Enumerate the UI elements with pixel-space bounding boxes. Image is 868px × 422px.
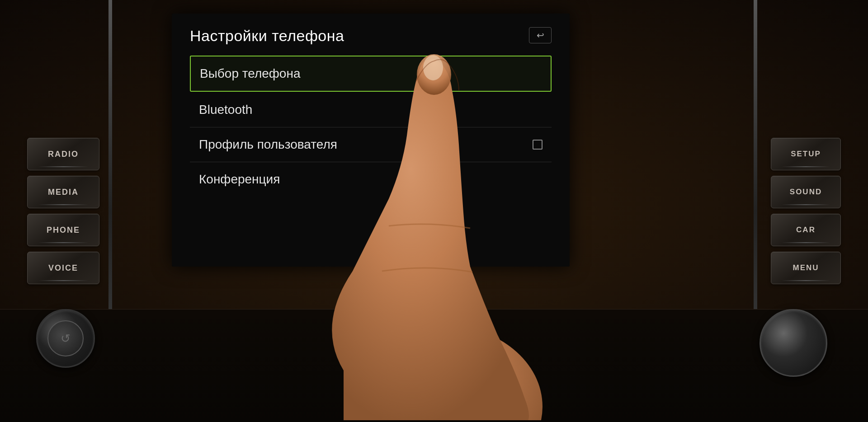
phone-label: PHONE — [47, 225, 80, 235]
back-icon: ↩ — [537, 30, 544, 41]
left-panel: RADIO MEDIA PHONE VOICE — [27, 138, 99, 284]
media-button[interactable]: MEDIA — [27, 176, 99, 208]
sound-button[interactable]: SOUND — [771, 176, 841, 208]
user-profile-checkbox[interactable] — [533, 140, 542, 150]
radio-button[interactable]: RADIO — [27, 138, 99, 170]
voice-button[interactable]: VOICE — [27, 252, 99, 284]
car-button[interactable]: CAR — [771, 214, 841, 246]
menu-item-phone-select[interactable]: Выбор телефона — [190, 56, 552, 92]
voice-label: VOICE — [48, 263, 78, 273]
bluetooth-label: Bluetooth — [199, 103, 252, 117]
phone-select-label: Выбор телефона — [200, 66, 300, 81]
menu-item-conference[interactable]: Конференция — [190, 162, 552, 197]
conference-label: Конференция — [199, 172, 280, 187]
screen-title: Настройки телефона — [190, 27, 552, 45]
menu-button[interactable]: MENU — [771, 252, 841, 284]
user-profile-label: Профиль пользователя — [199, 137, 337, 152]
phone-settings-menu: Выбор телефона Bluetooth Профиль пользов… — [190, 56, 552, 197]
infotainment-screen: Настройки телефона ↩ Выбор телефона Blue… — [172, 14, 570, 267]
right-panel: SETUP SOUND CAR MENU — [771, 138, 841, 284]
right-knob[interactable] — [760, 309, 827, 377]
radio-label: RADIO — [48, 150, 79, 159]
menu-label: MENU — [793, 263, 819, 272]
return-icon: ↺ — [61, 332, 71, 346]
phone-button[interactable]: PHONE — [27, 214, 99, 246]
media-label: MEDIA — [48, 188, 79, 197]
screen-content: Настройки телефона ↩ Выбор телефона Blue… — [172, 14, 570, 267]
sound-label: SOUND — [790, 188, 822, 197]
left-knob[interactable]: ↺ — [36, 309, 95, 368]
dashboard-surface — [0, 309, 868, 422]
setup-button[interactable]: SETUP — [771, 138, 841, 170]
dashboard: RADIO MEDIA PHONE VOICE Настройки телефо… — [0, 0, 868, 422]
back-button[interactable]: ↩ — [529, 27, 552, 43]
car-label: CAR — [796, 225, 816, 234]
menu-item-user-profile[interactable]: Профиль пользователя — [190, 127, 552, 162]
menu-item-bluetooth[interactable]: Bluetooth — [190, 93, 552, 127]
left-knob-inner: ↺ — [47, 320, 84, 356]
setup-label: SETUP — [791, 150, 821, 159]
